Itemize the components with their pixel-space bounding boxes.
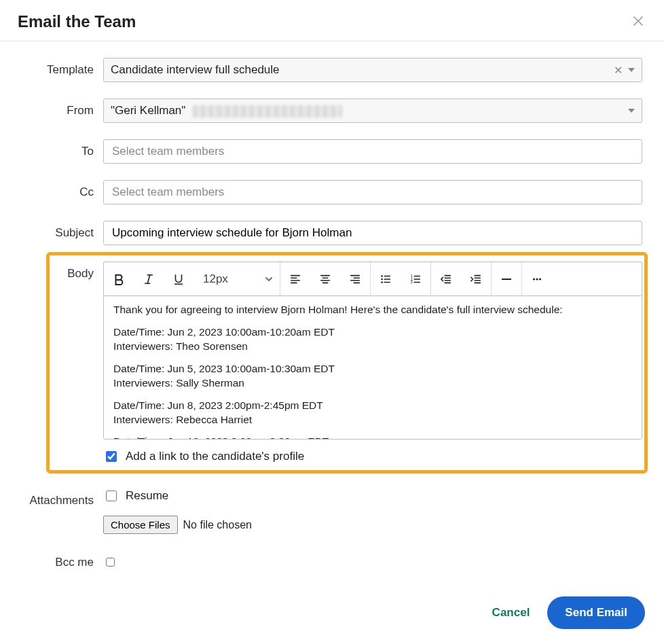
template-row: Template Candidate interview full schedu… [22, 58, 642, 82]
from-row: From "Geri Kellman" [22, 99, 642, 123]
to-input-wrap [103, 139, 642, 164]
horizontal-rule-button[interactable] [492, 262, 521, 296]
slot-datetime: Date/Time: Jun 12, 2023 3:00pm-3:30pm ED… [113, 435, 632, 440]
resume-label: Resume [126, 489, 168, 503]
body-editor[interactable]: Thank you for agreeing to interview Bjor… [103, 296, 642, 440]
template-select[interactable]: Candidate interview full schedule ✕ [103, 58, 642, 82]
clear-icon[interactable]: ✕ [614, 64, 623, 77]
subject-row: Subject [22, 221, 642, 245]
from-email-redacted [193, 105, 342, 118]
subject-input-wrap [103, 221, 642, 245]
slot-datetime: Date/Time: Jun 5, 2023 10:00am-10:30am E… [113, 362, 632, 376]
slot-interviewers: Interviewers: Sally Sherman [113, 376, 632, 391]
slot-datetime: Date/Time: Jun 8, 2023 2:00pm-2:45pm EDT [113, 399, 632, 413]
cc-row: Cc [22, 180, 642, 204]
chevron-down-icon [265, 275, 273, 283]
modal-title: Email the Team [18, 12, 136, 31]
attachments-label: Attachments [22, 488, 103, 507]
to-row: To [22, 139, 642, 164]
interview-slot: Date/Time: Jun 5, 2023 10:00am-10:30am E… [113, 362, 632, 391]
align-left-button[interactable] [280, 262, 310, 296]
ordered-list-button[interactable]: 123 [401, 262, 430, 296]
close-icon[interactable] [630, 12, 646, 31]
add-profile-link-row: Add a link to the candidate's profile [103, 449, 642, 464]
cancel-button[interactable]: Cancel [492, 606, 530, 620]
template-value: Candidate interview full schedule [111, 63, 614, 77]
slot-interviewers: Interviewers: Theo Sorensen [113, 340, 632, 354]
italic-button[interactable] [134, 262, 164, 296]
subject-input[interactable] [111, 226, 635, 240]
interview-slot: Date/Time: Jun 12, 2023 3:00pm-3:30pm ED… [113, 435, 632, 440]
choose-files-button[interactable]: Choose Files [103, 516, 178, 534]
body-label: Body [22, 262, 103, 281]
send-email-button[interactable]: Send Email [547, 596, 645, 629]
resume-row: Resume [103, 488, 642, 503]
svg-text:3: 3 [411, 280, 413, 284]
slot-datetime: Date/Time: Jun 2, 2023 10:00am-10:20am E… [113, 325, 632, 340]
align-right-button[interactable] [340, 262, 370, 296]
to-input[interactable] [111, 144, 635, 159]
from-value: "Geri Kellman" [111, 104, 628, 118]
align-center-button[interactable] [310, 262, 340, 296]
svg-point-6 [533, 278, 535, 280]
body-row: Body 12px [22, 262, 642, 464]
email-team-modal: Email the Team Template Candidate interv… [0, 0, 664, 644]
modal-footer: Cancel Send Email [492, 596, 645, 629]
svg-point-7 [536, 278, 538, 280]
svg-point-0 [381, 275, 383, 277]
add-profile-link-label: Add a link to the candidate's profile [126, 450, 304, 463]
font-size-dropdown[interactable]: 12px [193, 262, 280, 296]
interview-slot: Date/Time: Jun 8, 2023 2:00pm-2:45pm EDT… [113, 399, 632, 427]
from-select[interactable]: "Geri Kellman" [103, 99, 642, 123]
resume-checkbox[interactable] [106, 490, 117, 501]
slot-interviewers: Interviewers: Rebecca Harriet [113, 413, 632, 427]
underline-button[interactable] [164, 262, 193, 296]
interview-slot: Date/Time: Jun 2, 2023 10:00am-10:20am E… [113, 325, 632, 354]
svg-point-1 [381, 278, 383, 280]
cc-input-wrap [103, 180, 642, 204]
bcc-me-checkbox[interactable] [106, 558, 115, 567]
chevron-down-icon[interactable] [628, 109, 635, 113]
body-intro: Thank you for agreeing to interview Bjor… [113, 303, 632, 317]
bcc-me-label: Bcc me [22, 550, 103, 569]
template-label: Template [22, 58, 103, 77]
subject-label: Subject [22, 221, 103, 240]
svg-point-2 [381, 281, 383, 283]
outdent-button[interactable] [431, 262, 461, 296]
no-file-chosen: No file chosen [183, 519, 252, 531]
cc-input[interactable] [111, 185, 635, 200]
from-name: "Geri Kellman" [111, 104, 185, 117]
indent-button[interactable] [461, 262, 491, 296]
to-label: To [22, 139, 103, 158]
editor-toolbar: 12px 123 [103, 262, 642, 296]
bcc-me-row: Bcc me [22, 550, 642, 569]
from-label: From [22, 99, 103, 118]
cc-label: Cc [22, 180, 103, 199]
unordered-list-button[interactable] [371, 262, 401, 296]
attachments-row: Attachments Resume Choose Files No file … [22, 488, 642, 534]
form: Template Candidate interview full schedu… [0, 41, 664, 569]
more-button[interactable] [522, 262, 552, 296]
file-picker: Choose Files No file chosen [103, 516, 642, 534]
add-profile-link-checkbox[interactable] [106, 451, 117, 462]
chevron-down-icon[interactable] [628, 68, 635, 72]
bold-button[interactable] [104, 262, 134, 296]
svg-point-8 [539, 278, 541, 280]
modal-header: Email the Team [0, 0, 664, 41]
font-size-value: 12px [203, 272, 228, 286]
